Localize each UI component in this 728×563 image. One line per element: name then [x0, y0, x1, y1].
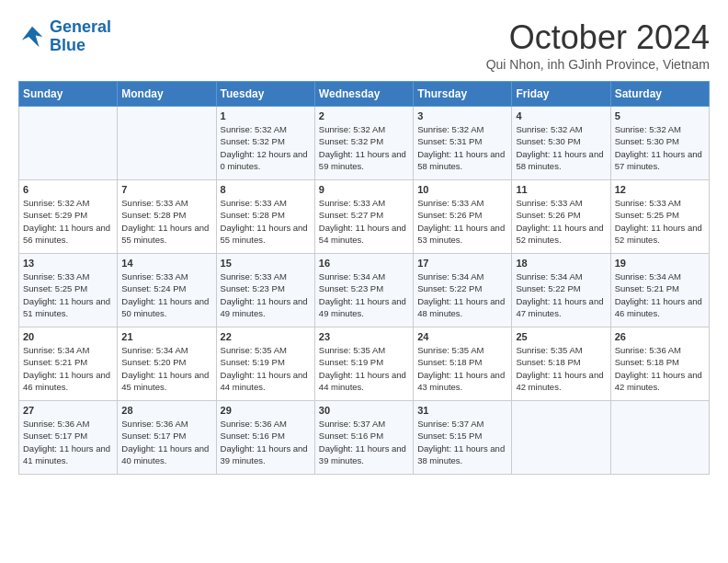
calendar-cell: 27Sunrise: 5:36 AM Sunset: 5:17 PM Dayli…	[19, 401, 118, 475]
day-header-tuesday: Tuesday	[216, 82, 314, 107]
day-header-monday: Monday	[118, 82, 216, 107]
day-number: 9	[319, 184, 409, 195]
day-info: Sunrise: 5:35 AM Sunset: 5:19 PM Dayligh…	[319, 344, 409, 393]
day-info: Sunrise: 5:33 AM Sunset: 5:25 PM Dayligh…	[615, 197, 705, 246]
day-info: Sunrise: 5:33 AM Sunset: 5:24 PM Dayligh…	[121, 270, 211, 319]
day-info: Sunrise: 5:33 AM Sunset: 5:26 PM Dayligh…	[516, 197, 606, 246]
calendar-cell: 25Sunrise: 5:35 AM Sunset: 5:18 PM Dayli…	[512, 327, 610, 401]
day-info: Sunrise: 5:34 AM Sunset: 5:21 PM Dayligh…	[23, 344, 113, 393]
calendar-cell: 28Sunrise: 5:36 AM Sunset: 5:17 PM Dayli…	[118, 401, 216, 475]
day-header-wednesday: Wednesday	[314, 82, 413, 107]
day-number: 10	[417, 184, 507, 195]
day-number: 2	[319, 110, 409, 121]
calendar-cell: 31Sunrise: 5:37 AM Sunset: 5:15 PM Dayli…	[414, 401, 512, 475]
day-number: 22	[221, 331, 311, 342]
day-header-sunday: Sunday	[19, 82, 118, 107]
calendar-cell: 7Sunrise: 5:33 AM Sunset: 5:28 PM Daylig…	[118, 180, 216, 254]
day-info: Sunrise: 5:32 AM Sunset: 5:31 PM Dayligh…	[417, 123, 507, 172]
day-info: Sunrise: 5:33 AM Sunset: 5:27 PM Dayligh…	[319, 197, 409, 246]
day-info: Sunrise: 5:34 AM Sunset: 5:23 PM Dayligh…	[319, 270, 409, 319]
calendar-cell: 15Sunrise: 5:33 AM Sunset: 5:23 PM Dayli…	[216, 254, 314, 327]
calendar-cell: 19Sunrise: 5:34 AM Sunset: 5:21 PM Dayli…	[610, 254, 709, 327]
day-info: Sunrise: 5:32 AM Sunset: 5:30 PM Dayligh…	[615, 123, 705, 172]
calendar-week-row: 13Sunrise: 5:33 AM Sunset: 5:25 PM Dayli…	[19, 254, 710, 327]
day-number: 12	[615, 184, 705, 195]
day-info: Sunrise: 5:36 AM Sunset: 5:16 PM Dayligh…	[221, 418, 311, 466]
calendar-cell: 17Sunrise: 5:34 AM Sunset: 5:22 PM Dayli…	[414, 254, 512, 327]
day-info: Sunrise: 5:36 AM Sunset: 5:18 PM Dayligh…	[615, 344, 705, 393]
day-number: 1	[221, 110, 311, 121]
day-info: Sunrise: 5:33 AM Sunset: 5:26 PM Dayligh…	[417, 197, 507, 246]
calendar-cell: 8Sunrise: 5:33 AM Sunset: 5:28 PM Daylig…	[216, 180, 314, 254]
day-number: 6	[23, 184, 113, 195]
day-number: 24	[417, 331, 507, 342]
day-info: Sunrise: 5:34 AM Sunset: 5:22 PM Dayligh…	[516, 270, 606, 319]
month-title: October 2024	[486, 18, 710, 57]
day-info: Sunrise: 5:33 AM Sunset: 5:23 PM Dayligh…	[221, 270, 311, 319]
day-number: 18	[516, 258, 606, 269]
day-info: Sunrise: 5:36 AM Sunset: 5:17 PM Dayligh…	[23, 418, 113, 466]
calendar-cell	[19, 107, 118, 180]
calendar-cell: 16Sunrise: 5:34 AM Sunset: 5:23 PM Dayli…	[314, 254, 413, 327]
calendar-table: SundayMondayTuesdayWednesdayThursdayFrid…	[18, 81, 710, 475]
calendar-cell: 29Sunrise: 5:36 AM Sunset: 5:16 PM Dayli…	[216, 401, 314, 475]
calendar-week-row: 6Sunrise: 5:32 AM Sunset: 5:29 PM Daylig…	[19, 180, 710, 254]
calendar-week-row: 27Sunrise: 5:36 AM Sunset: 5:17 PM Dayli…	[19, 401, 710, 475]
day-number: 15	[221, 258, 311, 269]
calendar-header-row: SundayMondayTuesdayWednesdayThursdayFrid…	[19, 82, 710, 107]
logo-icon	[18, 23, 46, 51]
day-number: 28	[121, 405, 211, 416]
logo: General Blue	[18, 18, 111, 55]
day-number: 21	[121, 331, 211, 342]
calendar-cell: 5Sunrise: 5:32 AM Sunset: 5:30 PM Daylig…	[610, 107, 709, 180]
day-number: 25	[516, 331, 606, 342]
logo-line1: General	[50, 17, 111, 36]
calendar-cell: 13Sunrise: 5:33 AM Sunset: 5:25 PM Dayli…	[19, 254, 118, 327]
calendar-cell	[610, 401, 709, 475]
day-header-friday: Friday	[512, 82, 610, 107]
day-number: 7	[121, 184, 211, 195]
day-info: Sunrise: 5:35 AM Sunset: 5:18 PM Dayligh…	[516, 344, 606, 393]
svg-marker-0	[22, 27, 43, 48]
day-info: Sunrise: 5:32 AM Sunset: 5:29 PM Dayligh…	[23, 197, 113, 246]
day-info: Sunrise: 5:37 AM Sunset: 5:15 PM Dayligh…	[417, 418, 507, 466]
day-header-saturday: Saturday	[610, 82, 709, 107]
day-number: 17	[417, 258, 507, 269]
day-number: 29	[221, 405, 311, 416]
day-number: 23	[319, 331, 409, 342]
calendar-cell: 30Sunrise: 5:37 AM Sunset: 5:16 PM Dayli…	[314, 401, 413, 475]
day-info: Sunrise: 5:32 AM Sunset: 5:32 PM Dayligh…	[221, 123, 311, 172]
day-info: Sunrise: 5:33 AM Sunset: 5:28 PM Dayligh…	[221, 197, 311, 246]
calendar-cell: 14Sunrise: 5:33 AM Sunset: 5:24 PM Dayli…	[118, 254, 216, 327]
day-number: 3	[417, 110, 507, 121]
day-number: 26	[615, 331, 705, 342]
calendar-cell: 2Sunrise: 5:32 AM Sunset: 5:32 PM Daylig…	[314, 107, 413, 180]
logo-text: General Blue	[50, 18, 111, 55]
title-block: October 2024 Qui Nhon, inh GJinh Provinc…	[486, 18, 710, 72]
calendar-cell: 26Sunrise: 5:36 AM Sunset: 5:18 PM Dayli…	[610, 327, 709, 401]
logo-line2: Blue	[50, 37, 111, 55]
day-number: 31	[417, 405, 507, 416]
calendar-week-row: 20Sunrise: 5:34 AM Sunset: 5:21 PM Dayli…	[19, 327, 710, 401]
day-info: Sunrise: 5:36 AM Sunset: 5:17 PM Dayligh…	[121, 418, 211, 466]
day-info: Sunrise: 5:33 AM Sunset: 5:25 PM Dayligh…	[23, 270, 113, 319]
calendar-cell: 23Sunrise: 5:35 AM Sunset: 5:19 PM Dayli…	[314, 327, 413, 401]
day-header-thursday: Thursday	[414, 82, 512, 107]
day-number: 20	[23, 331, 113, 342]
calendar-cell: 12Sunrise: 5:33 AM Sunset: 5:25 PM Dayli…	[610, 180, 709, 254]
day-number: 14	[121, 258, 211, 269]
calendar-cell: 1Sunrise: 5:32 AM Sunset: 5:32 PM Daylig…	[216, 107, 314, 180]
day-info: Sunrise: 5:32 AM Sunset: 5:32 PM Dayligh…	[319, 123, 409, 172]
calendar-cell: 4Sunrise: 5:32 AM Sunset: 5:30 PM Daylig…	[512, 107, 610, 180]
day-info: Sunrise: 5:35 AM Sunset: 5:19 PM Dayligh…	[221, 344, 311, 393]
day-info: Sunrise: 5:37 AM Sunset: 5:16 PM Dayligh…	[319, 418, 409, 466]
calendar-cell: 18Sunrise: 5:34 AM Sunset: 5:22 PM Dayli…	[512, 254, 610, 327]
day-info: Sunrise: 5:34 AM Sunset: 5:22 PM Dayligh…	[417, 270, 507, 319]
day-number: 13	[23, 258, 113, 269]
calendar-cell	[118, 107, 216, 180]
calendar-cell: 3Sunrise: 5:32 AM Sunset: 5:31 PM Daylig…	[414, 107, 512, 180]
calendar-cell: 20Sunrise: 5:34 AM Sunset: 5:21 PM Dayli…	[19, 327, 118, 401]
calendar-cell: 6Sunrise: 5:32 AM Sunset: 5:29 PM Daylig…	[19, 180, 118, 254]
calendar-cell	[512, 401, 610, 475]
calendar-cell: 21Sunrise: 5:34 AM Sunset: 5:20 PM Dayli…	[118, 327, 216, 401]
